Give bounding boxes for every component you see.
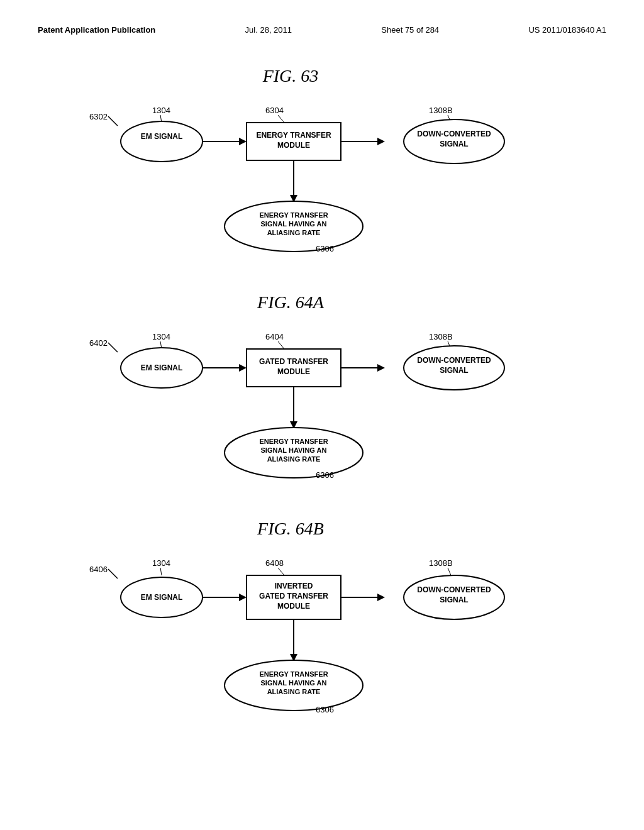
fig64b-arrowhead2 xyxy=(377,594,385,601)
fig63-title: FIG. 63 xyxy=(262,66,319,86)
fig63-dcs-text1: DOWN-CONVERTED xyxy=(417,130,491,138)
fig63-etm-text1: ENERGY TRANSFER xyxy=(256,131,331,140)
fig63-arrowhead2 xyxy=(377,138,385,145)
fig64b-1304-label: 1304 xyxy=(152,558,170,568)
main-content: FIG. 63 6302 1304 EM SIGNAL 6304 xyxy=(38,53,606,751)
fig64a-6306-label: 6306 xyxy=(316,470,334,480)
fig64b-ets-text3: ALIASING RATE xyxy=(267,688,321,695)
fig64a-arrowhead1 xyxy=(239,364,247,372)
fig64b-6306-label: 6306 xyxy=(316,705,334,714)
fig64b-1308b-label: 1308B xyxy=(429,558,453,568)
figure-64a: FIG. 64A 6402 1304 EM SIGNAL 6404 GA xyxy=(38,286,606,481)
fig63-dcs-text2: SIGNAL xyxy=(440,140,468,148)
fig64b-1304-arrow xyxy=(160,568,162,575)
fig64a-ets-text3: ALIASING RATE xyxy=(267,455,321,463)
fig64b-ets-text1: ENERGY TRANSFER xyxy=(259,670,328,678)
fig63-section-label: 6302 xyxy=(89,112,108,121)
fig64a-section-arrow xyxy=(108,343,118,352)
header-patent: US 2011/0183640 A1 xyxy=(528,25,606,35)
fig63-etm-text2: MODULE xyxy=(277,141,310,150)
fig64a-gtm-text2: MODULE xyxy=(277,367,310,376)
fig64a-ets-text1: ENERGY TRANSFER xyxy=(259,438,328,445)
fig64a-gtm-text1: GATED TRANSFER xyxy=(259,357,328,366)
fig64b-svg: FIG. 64B 6406 1304 EM SIGNAL 6408 IN xyxy=(52,512,592,720)
fig64a-dcs-text1: DOWN-CONVERTED xyxy=(417,356,491,365)
fig63-em-signal-box xyxy=(121,121,203,162)
header-publication-label: Patent Application Publication xyxy=(38,25,155,35)
fig64a-1304-label: 1304 xyxy=(152,332,170,341)
page: Patent Application Publication Jul. 28, … xyxy=(0,0,644,830)
fig64a-arrowhead2 xyxy=(377,364,385,372)
fig64b-title: FIG. 64B xyxy=(257,519,324,538)
fig64b-igtm-text1: INVERTED xyxy=(275,582,313,590)
fig63-ets-text2: SIGNAL HAVING AN xyxy=(261,220,327,228)
fig64b-igtm-text3: MODULE xyxy=(277,602,310,611)
fig64b-arrowhead1 xyxy=(239,594,247,601)
header-sheet: Sheet 75 of 284 xyxy=(381,25,439,35)
fig64a-6404-label: 6404 xyxy=(265,332,284,341)
fig63-6306-label: 6306 xyxy=(316,244,334,253)
fig63-svg: FIG. 63 6302 1304 EM SIGNAL 6304 xyxy=(52,60,592,255)
fig64a-ets-text2: SIGNAL HAVING AN xyxy=(261,446,327,454)
header-date: Jul. 28, 2011 xyxy=(245,25,292,35)
fig64b-igtm-text2: GATED TRANSFER xyxy=(259,592,328,600)
fig64b-6408-label: 6408 xyxy=(265,558,284,568)
fig64b-em-signal-text: EM SIGNAL xyxy=(141,593,183,602)
fig63-arrowhead1 xyxy=(239,138,247,145)
fig64b-ets-text2: SIGNAL HAVING AN xyxy=(261,679,327,687)
page-header: Patent Application Publication Jul. 28, … xyxy=(38,25,606,35)
figure-64b: FIG. 64B 6406 1304 EM SIGNAL 6408 IN xyxy=(38,512,606,720)
fig64b-6408-arrow xyxy=(278,568,284,575)
fig64a-svg: FIG. 64A 6402 1304 EM SIGNAL 6404 GA xyxy=(52,286,592,481)
fig64a-em-signal-text: EM SIGNAL xyxy=(141,363,183,372)
fig63-ets-text1: ENERGY TRANSFER xyxy=(259,211,328,219)
fig63-1308b-label: 1308B xyxy=(429,106,453,115)
fig64a-1308b-label: 1308B xyxy=(429,332,453,341)
fig63-6304-arrow xyxy=(278,115,284,123)
fig64a-title: FIG. 64A xyxy=(257,292,325,312)
fig64a-dcs-text2: SIGNAL xyxy=(440,366,468,375)
fig64a-6404-arrow xyxy=(278,341,284,349)
fig64b-section-arrow xyxy=(108,569,118,578)
fig63-ets-text3: ALIASING RATE xyxy=(267,229,321,236)
fig63-section-arrow xyxy=(108,116,118,126)
fig63-em-signal-text1: EM SIGNAL xyxy=(141,132,183,141)
fig64b-section-label: 6406 xyxy=(89,565,108,574)
fig63-1304-label: 1304 xyxy=(152,106,170,115)
fig63-6304-label: 6304 xyxy=(265,106,284,115)
fig64b-dcs-text1: DOWN-CONVERTED xyxy=(417,585,491,594)
fig64b-1308b-arrow xyxy=(448,568,451,575)
fig64a-section-label: 6402 xyxy=(89,338,108,348)
figure-63: FIG. 63 6302 1304 EM SIGNAL 6304 xyxy=(38,60,606,255)
fig64b-dcs-text2: SIGNAL xyxy=(440,595,468,604)
